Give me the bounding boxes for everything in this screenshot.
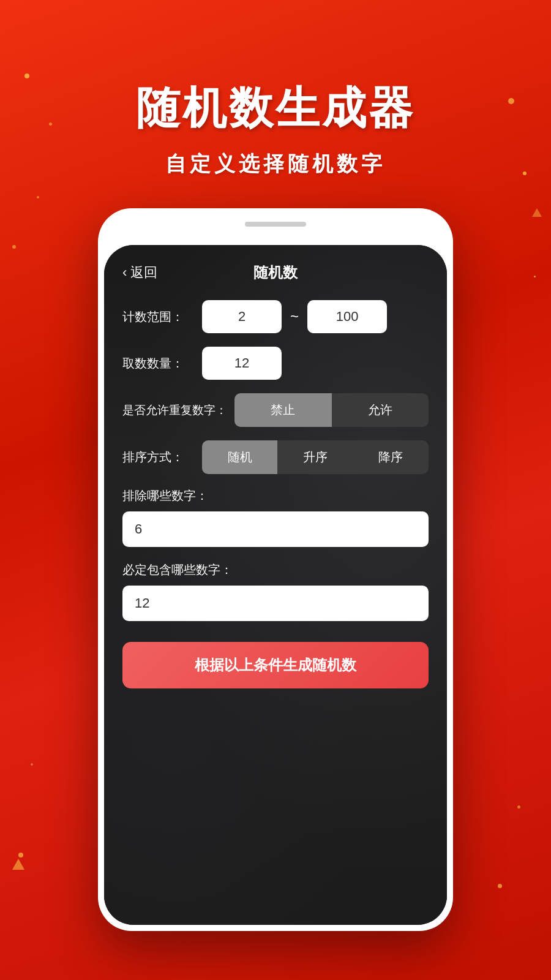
- duplicate-label: 是否允许重复数字：: [122, 402, 227, 418]
- phone-notch: [245, 222, 306, 227]
- exclude-section: 排除哪些数字：: [122, 488, 429, 547]
- range-label: 计数范围：: [122, 309, 202, 325]
- particle: [534, 276, 536, 277]
- particle: [498, 884, 502, 888]
- range-min-input[interactable]: [202, 300, 282, 333]
- sort-desc-button[interactable]: 降序: [353, 440, 429, 474]
- back-label: 返回: [130, 263, 157, 282]
- include-label: 必定包含哪些数字：: [122, 562, 429, 578]
- particle: [31, 763, 33, 766]
- exclude-input[interactable]: [122, 511, 429, 547]
- range-max-input[interactable]: [307, 300, 387, 333]
- count-row: 取数数量：: [122, 347, 429, 380]
- app-content: ‹ 返回 随机数 计数范围： ~ 取数数: [104, 245, 447, 925]
- sort-row: 排序方式： 随机 升序 降序: [122, 440, 429, 474]
- app-subtitle: 自定义选择随机数字: [165, 150, 386, 178]
- sort-asc-button[interactable]: 升序: [277, 440, 353, 474]
- duplicate-ban-button[interactable]: 禁止: [234, 393, 332, 427]
- duplicate-row: 是否允许重复数字： 禁止 允许: [122, 393, 429, 427]
- phone-mockup: ‹ 返回 随机数 计数范围： ~ 取数数: [98, 208, 453, 931]
- include-section: 必定包含哪些数字：: [122, 562, 429, 621]
- count-input[interactable]: [202, 347, 282, 380]
- back-button[interactable]: ‹ 返回: [122, 263, 157, 282]
- particle: [517, 805, 520, 809]
- exclude-label: 排除哪些数字：: [122, 488, 429, 504]
- sort-toggle-group: 随机 升序 降序: [202, 440, 429, 474]
- chevron-left-icon: ‹: [122, 265, 127, 281]
- range-separator: ~: [290, 308, 299, 325]
- duplicate-toggle-group: 禁止 允许: [234, 393, 429, 427]
- nav-bar: ‹ 返回 随机数: [104, 245, 447, 294]
- duplicate-allow-button[interactable]: 允许: [332, 393, 429, 427]
- include-input[interactable]: [122, 586, 429, 621]
- particle: [18, 853, 23, 858]
- sort-label: 排序方式：: [122, 449, 202, 466]
- background: 随机数生成器 自定义选择随机数字 ‹ 返回 随机数 计数范围：: [0, 0, 551, 980]
- sort-random-button[interactable]: 随机: [202, 440, 277, 474]
- form-section: 计数范围： ~ 取数数量： 是否允许重复数字： 禁止: [104, 294, 447, 695]
- generate-button[interactable]: 根据以上条件生成随机数: [122, 642, 429, 688]
- phone-screen: ‹ 返回 随机数 计数范围： ~ 取数数: [104, 245, 447, 925]
- app-title: 随机数生成器: [136, 79, 415, 138]
- range-row: 计数范围： ~: [122, 300, 429, 333]
- triangle-decoration: [12, 859, 24, 870]
- count-label: 取数数量：: [122, 355, 202, 372]
- page-title: 随机数: [253, 263, 298, 282]
